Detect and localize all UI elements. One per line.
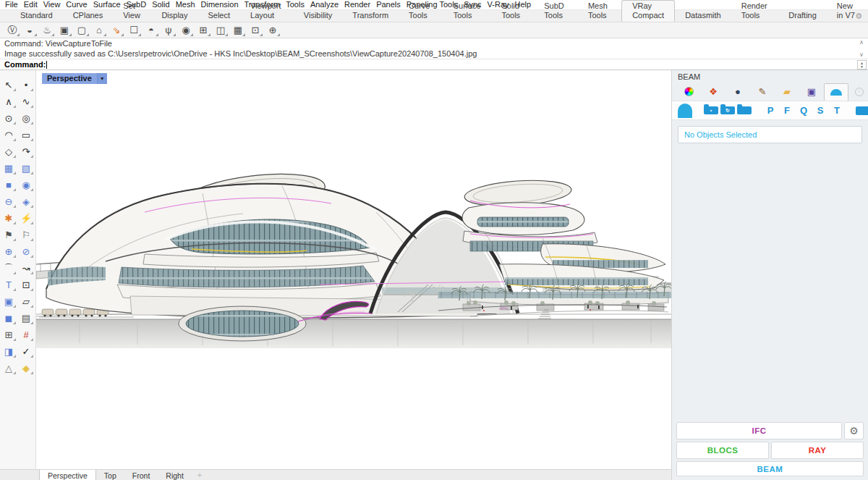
interactive-render-icon[interactable]: ⊕ bbox=[265, 24, 281, 37]
extend-curve-icon[interactable]: ⌒ bbox=[1, 261, 17, 276]
named-views-panel-icon[interactable]: ▣ bbox=[799, 83, 824, 101]
toolbar-tab[interactable]: Select bbox=[197, 10, 240, 22]
rectangle-icon[interactable]: ▭ bbox=[18, 127, 35, 143]
menu-item[interactable]: Mesh bbox=[173, 0, 198, 9]
toolbar-tab[interactable]: Set View bbox=[113, 1, 151, 22]
beam-button[interactable]: BEAM bbox=[676, 461, 864, 476]
infinite-plane-icon[interactable]: ▦ bbox=[230, 24, 246, 37]
scroll-down-icon[interactable]: ∨ bbox=[859, 51, 864, 58]
frame-buffer-icon[interactable]: ▢ bbox=[74, 24, 90, 37]
torus-icon[interactable]: ⊖ bbox=[1, 194, 17, 209]
toolbar-tab[interactable]: Standard bbox=[10, 10, 63, 22]
ray-button[interactable]: RAY bbox=[771, 442, 864, 459]
notes-panel-icon[interactable]: ✎ bbox=[750, 83, 775, 101]
menu-item[interactable]: Analyze bbox=[307, 0, 341, 9]
solid-union-icon[interactable]: ◼ bbox=[1, 311, 17, 326]
tool-t-icon[interactable]: T bbox=[830, 104, 844, 118]
command-input[interactable]: Command: bbox=[0, 59, 868, 70]
primitives-icon[interactable]: △ bbox=[1, 361, 17, 376]
check-icon[interactable]: ✓ bbox=[18, 344, 35, 359]
settings-gear-icon[interactable]: ⚙ bbox=[844, 422, 864, 439]
sun-icon[interactable]: ⇘ bbox=[109, 24, 124, 37]
tool-f-icon[interactable]: F bbox=[780, 104, 794, 118]
dimension-icon[interactable]: # bbox=[18, 327, 35, 342]
command-history-scrollbar[interactable]: ∧ ∨ bbox=[856, 39, 867, 58]
menu-item[interactable]: Curve bbox=[63, 0, 90, 9]
fillet-edge-icon[interactable]: ⚡ bbox=[18, 211, 35, 226]
toolbar-tab[interactable]: Mesh Tools bbox=[578, 1, 621, 22]
menu-item[interactable]: Render bbox=[341, 0, 373, 9]
beam-spacer-2[interactable] bbox=[754, 104, 761, 118]
viewport-tab[interactable]: Perspective bbox=[39, 470, 96, 480]
patch-surface-icon[interactable]: ▧ bbox=[18, 161, 35, 176]
curve-boolean-b-icon[interactable]: ⚐ bbox=[18, 227, 35, 243]
select-arrow-icon[interactable]: ↖ bbox=[1, 77, 17, 93]
copy-icon[interactable]: ◨ bbox=[1, 344, 17, 359]
scroll-up-icon[interactable]: ∧ bbox=[859, 39, 864, 46]
scatter-icon[interactable]: ◉ bbox=[178, 24, 194, 37]
viewport-label[interactable]: Perspective ▼ bbox=[42, 73, 107, 84]
perspective-viewport[interactable]: Perspective ▼ bbox=[36, 70, 671, 469]
toolbar-tab[interactable]: Visibility bbox=[294, 10, 343, 22]
cplane-icon[interactable]: ▱ bbox=[18, 294, 35, 309]
panel-options-icon[interactable]: ◦ bbox=[855, 88, 864, 96]
boolean-union-icon[interactable]: ⊕ bbox=[1, 244, 17, 259]
menu-item[interactable]: File bbox=[2, 0, 21, 9]
boolean-intersect-icon[interactable]: ⊘ bbox=[18, 244, 35, 259]
array-surface-icon[interactable]: ▤ bbox=[18, 311, 35, 326]
toolbar-tab[interactable]: Display bbox=[151, 10, 197, 22]
blocs-button[interactable]: BLOCS bbox=[676, 442, 769, 459]
toolbar-tab[interactable]: Curve Tools bbox=[399, 1, 443, 22]
blend-curve-icon[interactable]: ↷ bbox=[18, 144, 35, 159]
toolbar-tab[interactable]: CPlanes bbox=[63, 10, 114, 22]
toolbar-tab[interactable]: Transform bbox=[342, 10, 399, 22]
ellipse-icon[interactable]: ◎ bbox=[18, 111, 35, 126]
display-panel-icon[interactable] bbox=[676, 83, 701, 101]
viewport-label-text[interactable]: Perspective bbox=[42, 73, 97, 84]
polygon-icon[interactable]: ◇ bbox=[1, 144, 17, 159]
toolbar-tab[interactable]: Drafting bbox=[778, 10, 827, 22]
rebuild-curve-icon[interactable]: ↝ bbox=[18, 261, 35, 276]
beam-spacer-1[interactable] bbox=[694, 104, 702, 118]
batch-render-icon[interactable]: ◫ bbox=[213, 24, 229, 37]
render-panel-icon[interactable]: ● bbox=[726, 83, 750, 101]
block-icon[interactable]: ▣ bbox=[1, 294, 17, 309]
menu-item[interactable]: Dimension bbox=[198, 0, 242, 9]
tool-s-icon[interactable]: S bbox=[813, 104, 827, 118]
curve-boolean-a-icon[interactable]: ⚑ bbox=[1, 227, 17, 243]
tool-q-icon[interactable]: Q bbox=[796, 104, 811, 118]
menu-item[interactable]: View bbox=[41, 0, 64, 9]
layers-panel-icon[interactable]: ❖ bbox=[701, 83, 726, 101]
surface-grid-icon[interactable]: ▦ bbox=[1, 161, 17, 176]
command-history[interactable]: Command: ViewCaptureToFile Image success… bbox=[0, 38, 868, 59]
menu-item[interactable]: Solid bbox=[149, 0, 172, 9]
beam-spacer-3[interactable] bbox=[846, 104, 854, 118]
array-grid-icon[interactable]: ⊞ bbox=[1, 327, 17, 342]
libraries-panel-icon[interactable]: ▰ bbox=[775, 83, 799, 101]
toolbar-tab[interactable]: Datasmith bbox=[675, 10, 731, 22]
point-icon[interactable]: • bbox=[18, 77, 35, 93]
dome-light-icon[interactable]: ◓ bbox=[143, 24, 159, 37]
toolbar-options-gear-icon[interactable]: ⚙ bbox=[855, 12, 862, 21]
explode-icon[interactable]: ✱ bbox=[1, 211, 17, 226]
toolbar-tab[interactable]: Solid Tools bbox=[491, 1, 534, 22]
browse-folder-icon[interactable] bbox=[737, 106, 752, 114]
curve-interpolate-icon[interactable]: ∿ bbox=[18, 94, 35, 109]
toolbar-tab[interactable]: Viewport Layout bbox=[240, 1, 294, 22]
control-points-icon[interactable]: ⊡ bbox=[18, 277, 35, 292]
tool-p-icon[interactable]: P bbox=[763, 104, 778, 118]
vray-logo-icon[interactable]: Ⓥ bbox=[4, 24, 20, 37]
command-spinner[interactable]: ▲ ▼ bbox=[857, 60, 867, 70]
circle-icon[interactable]: ⊙ bbox=[1, 111, 17, 126]
proxy-box-icon[interactable]: ☐ bbox=[126, 24, 142, 37]
beam-panel-icon[interactable] bbox=[824, 83, 848, 101]
spin-down-icon[interactable]: ▼ bbox=[860, 65, 864, 69]
toolbar-tab[interactable]: VRay Compact bbox=[621, 0, 675, 22]
project-folder-icon[interactable]: ▪ bbox=[704, 106, 718, 114]
viewport-tab[interactable]: Right bbox=[158, 470, 192, 480]
polyline-icon[interactable]: ∧ bbox=[1, 94, 17, 109]
new-viewport-tab-icon[interactable]: + bbox=[192, 470, 208, 480]
render-icon[interactable]: ♨ bbox=[39, 24, 55, 37]
asset-editor-icon[interactable]: ◒ bbox=[22, 24, 38, 37]
light-gen-icon[interactable]: ⌂ bbox=[91, 24, 107, 37]
